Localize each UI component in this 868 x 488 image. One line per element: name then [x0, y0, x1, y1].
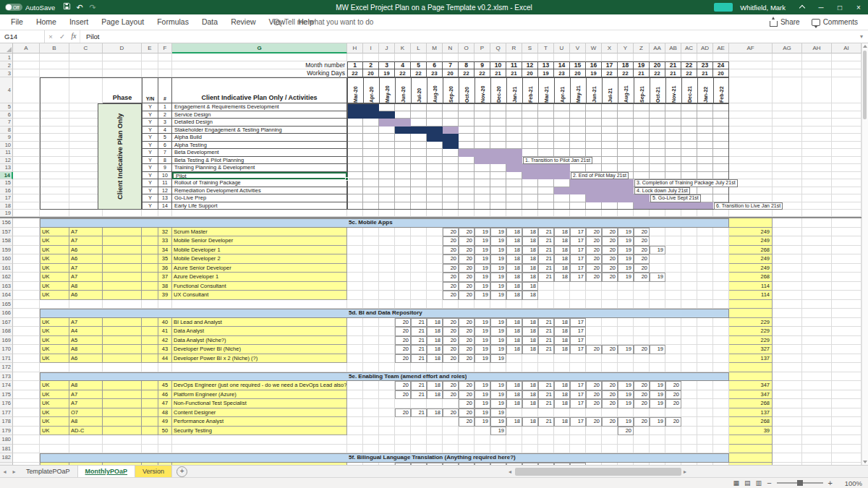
cell-AG167[interactable] — [773, 318, 802, 328]
effort-168-m6[interactable]: 18 — [427, 327, 443, 336]
cell-AD179[interactable] — [697, 427, 713, 436]
effort-176-m11[interactable]: 18 — [506, 399, 522, 408]
cell-K176[interactable] — [395, 399, 411, 408]
cell-B5[interactable] — [40, 103, 69, 111]
cell-Z1[interactable] — [634, 53, 650, 61]
plan-cell-6-15[interactable] — [570, 142, 586, 150]
plan-cell-2-21[interactable] — [665, 111, 681, 119]
cell-AG171[interactable] — [773, 354, 802, 364]
plan-cell-6-2[interactable] — [363, 142, 379, 150]
yn-cell-10[interactable]: Y — [142, 172, 158, 180]
cell-Z165[interactable] — [634, 300, 650, 309]
effort-174-m16[interactable]: 20 — [586, 381, 602, 390]
cell-E157-y[interactable] — [142, 228, 158, 237]
row-header-165[interactable]: 165 — [0, 300, 13, 309]
cell-AC165[interactable] — [681, 300, 697, 309]
effort-159-m9[interactable]: 19 — [475, 246, 490, 255]
plan-cell-1-24[interactable] — [713, 103, 729, 111]
cell-K157[interactable] — [395, 228, 411, 237]
cell-A159[interactable] — [13, 246, 40, 255]
cell-AG17[interactable] — [773, 194, 802, 202]
effort-170-m20[interactable]: 19 — [650, 345, 665, 354]
plan-cell-11-11[interactable] — [506, 179, 522, 187]
effort-167-m10[interactable]: 19 — [490, 318, 506, 328]
cell-AD178[interactable] — [697, 417, 713, 427]
cell-A13[interactable] — [13, 164, 40, 172]
effort-168-m15[interactable]: 17 — [570, 327, 586, 336]
effort-175-m21[interactable]: 20 — [665, 390, 681, 400]
effort-167-m7[interactable]: 20 — [443, 318, 459, 328]
cell-AA1[interactable] — [650, 53, 665, 61]
effort-176-m19[interactable]: 20 — [634, 399, 650, 408]
effort-169-m7[interactable]: 20 — [443, 336, 459, 346]
cell-AI164[interactable] — [832, 291, 861, 300]
effort-174-m8[interactable]: 20 — [459, 381, 475, 390]
cell-M158[interactable] — [427, 236, 443, 246]
cell-AH7[interactable] — [802, 119, 832, 127]
effort-176-m17[interactable]: 20 — [602, 399, 618, 408]
plan-cell-4-2[interactable] — [363, 127, 379, 134]
cell-J164[interactable] — [379, 291, 395, 300]
cell-A8[interactable] — [13, 127, 40, 134]
plan-cell-5-2[interactable] — [363, 134, 379, 142]
cell-AF14[interactable] — [729, 172, 773, 180]
role-name-158[interactable]: Mobile Senior Developer — [172, 236, 347, 246]
cell-AB19[interactable] — [665, 210, 681, 217]
cell-J174[interactable] — [379, 381, 395, 390]
activity-13[interactable]: Go-Live Prep — [172, 194, 347, 202]
plan-cell-13-1[interactable] — [347, 194, 363, 202]
effort-177-m9[interactable]: 19 — [475, 408, 490, 418]
cell-AG160[interactable] — [773, 254, 802, 264]
cell-D169-y[interactable] — [103, 336, 142, 346]
save-icon[interactable] — [60, 0, 73, 14]
cell-C165[interactable] — [69, 300, 103, 309]
effort-161-m19[interactable]: 20 — [634, 264, 650, 273]
cell-J176[interactable] — [379, 399, 395, 408]
plan-cell-1-17[interactable] — [602, 103, 618, 111]
cell-A19[interactable] — [13, 210, 40, 217]
column-header-J[interactable]: J — [379, 43, 395, 53]
effort-175-m9[interactable]: 19 — [475, 390, 490, 400]
cell-AG6[interactable] — [773, 111, 802, 119]
row-header-4[interactable]: 4 — [0, 77, 13, 103]
effort-161-m8[interactable]: 20 — [459, 264, 475, 273]
column-header-B[interactable]: B — [40, 43, 69, 53]
column-header-C[interactable]: C — [69, 43, 103, 53]
cell-O179[interactable] — [459, 427, 475, 436]
effort-162-m18[interactable]: 19 — [618, 273, 634, 282]
plan-cell-14-11[interactable] — [506, 202, 522, 210]
column-header-D[interactable]: D — [103, 43, 142, 53]
effort-169-m11[interactable]: 18 — [506, 336, 522, 346]
plan-cell-3-15[interactable] — [570, 119, 586, 127]
plan-cell-10-22[interactable] — [681, 172, 697, 180]
cell-S1[interactable] — [522, 53, 538, 61]
plan-cell-4-13[interactable] — [538, 127, 554, 134]
cell-AC169[interactable] — [681, 336, 697, 346]
row-header-176[interactable]: 176 — [0, 399, 13, 408]
cell-AG166[interactable] — [773, 309, 802, 318]
plan-cell-8-21[interactable] — [665, 157, 681, 165]
yn-cell-4[interactable]: Y — [142, 127, 158, 134]
cell-T171[interactable] — [538, 354, 554, 364]
plan-cell-5-20[interactable] — [650, 134, 665, 142]
plan-cell-1-5[interactable] — [411, 103, 427, 111]
row-header-168[interactable]: 168 — [0, 327, 13, 336]
row-header-181[interactable]: 181 — [0, 445, 13, 454]
role-num-157[interactable]: 32 — [158, 228, 172, 237]
total-column-cell-166[interactable] — [729, 309, 773, 318]
vertical-scroll-thumb[interactable] — [863, 51, 867, 119]
cell-AG1[interactable] — [773, 53, 802, 61]
column-header-N[interactable]: N — [443, 43, 459, 53]
cell-V181[interactable] — [570, 445, 586, 454]
grade-cell-178[interactable]: A8 — [69, 417, 103, 427]
plan-cell-12-9[interactable] — [475, 187, 490, 195]
effort-160-m14[interactable]: 18 — [554, 254, 570, 264]
cell-P165[interactable] — [475, 300, 490, 309]
region-cell-171[interactable]: UK — [40, 354, 69, 364]
plan-cell-14-16[interactable] — [586, 202, 602, 210]
total-157[interactable]: 249 — [729, 228, 773, 237]
row-header-166[interactable]: 166 — [0, 309, 13, 318]
cell-H1[interactable] — [347, 53, 363, 61]
cell-P19[interactable] — [475, 210, 490, 217]
cell-AG11[interactable] — [773, 149, 802, 157]
